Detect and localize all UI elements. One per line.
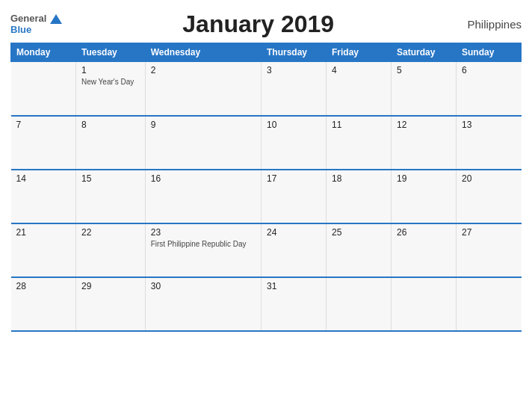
calendar-cell: 25 — [327, 223, 392, 277]
cell-day-number: 24 — [267, 227, 321, 238]
cell-day-number: 19 — [397, 173, 451, 184]
cell-day-number: 3 — [267, 65, 321, 75]
cell-day-number: 20 — [462, 173, 516, 184]
calendar-cell: 14 — [11, 170, 76, 223]
calendar-week-row: 28293031 — [11, 277, 522, 331]
cell-day-number: 8 — [81, 120, 140, 130]
calendar-cell: 6 — [456, 62, 521, 116]
cell-day-number: 23 — [151, 227, 256, 238]
calendar-cell: 15 — [75, 170, 145, 223]
header: General Blue January 2019 Philippines — [10, 10, 522, 38]
col-wednesday: Wednesday — [145, 43, 261, 62]
col-friday: Friday — [327, 43, 392, 62]
calendar-cell: 22 — [75, 223, 145, 277]
calendar-week-row: 14151617181920 — [11, 170, 522, 223]
page: General Blue January 2019 Philippines Mo… — [0, 0, 532, 411]
calendar-cell: 4 — [327, 62, 392, 116]
calendar-cell: 5 — [391, 62, 456, 116]
cell-event-label: New Year's Day — [81, 77, 140, 87]
calendar-cell: 2 — [145, 62, 261, 116]
calendar-cell: 29 — [75, 277, 145, 331]
calendar-week-row: 212223First Philippine Republic Day24252… — [11, 223, 522, 277]
cell-day-number: 22 — [81, 227, 140, 238]
calendar-cell — [456, 277, 521, 331]
cell-day-number: 31 — [267, 281, 321, 291]
cell-day-number: 12 — [397, 120, 451, 130]
cell-day-number: 30 — [151, 281, 256, 291]
cell-day-number: 25 — [332, 227, 386, 238]
calendar-cell: 23First Philippine Republic Day — [145, 223, 261, 277]
cell-event-label: First Philippine Republic Day — [151, 239, 256, 249]
calendar-title: January 2019 — [62, 10, 454, 38]
calendar-cell: 3 — [262, 62, 327, 116]
calendar-week-row: 1New Year's Day23456 — [11, 62, 522, 116]
logo-blue-text: Blue — [10, 25, 62, 35]
cell-day-number: 15 — [81, 173, 140, 184]
logo-general-text: General — [10, 13, 46, 24]
calendar-cell: 16 — [145, 170, 261, 223]
cell-day-number: 28 — [16, 281, 70, 291]
calendar-cell — [391, 277, 456, 331]
calendar-header-row: Monday Tuesday Wednesday Thursday Friday… — [11, 43, 522, 62]
calendar-cell: 19 — [391, 170, 456, 223]
calendar-cell: 10 — [262, 116, 327, 170]
cell-day-number: 6 — [462, 65, 516, 75]
cell-day-number: 2 — [151, 65, 256, 75]
country-label: Philippines — [454, 18, 522, 31]
cell-day-number: 11 — [332, 120, 386, 130]
calendar-cell — [327, 277, 392, 331]
calendar-cell: 31 — [262, 277, 327, 331]
cell-day-number: 5 — [397, 65, 451, 75]
cell-day-number: 18 — [332, 173, 386, 184]
calendar-cell: 11 — [327, 116, 392, 170]
calendar-table: Monday Tuesday Wednesday Thursday Friday… — [10, 43, 522, 332]
cell-day-number: 9 — [151, 120, 256, 130]
cell-day-number: 4 — [332, 65, 386, 75]
col-tuesday: Tuesday — [75, 43, 145, 62]
col-thursday: Thursday — [262, 43, 327, 62]
cell-day-number: 27 — [462, 227, 516, 238]
logo: General Blue — [10, 13, 62, 35]
logo-triangle-icon — [50, 14, 62, 24]
calendar-cell: 21 — [11, 223, 76, 277]
cell-day-number: 14 — [16, 173, 70, 184]
cell-day-number: 13 — [462, 120, 516, 130]
calendar-cell: 1New Year's Day — [75, 62, 145, 116]
cell-day-number: 1 — [81, 65, 140, 75]
cell-day-number: 16 — [151, 173, 256, 184]
cell-day-number: 10 — [267, 120, 321, 130]
calendar-cell: 7 — [11, 116, 76, 170]
cell-day-number: 17 — [267, 173, 321, 184]
calendar-cell: 8 — [75, 116, 145, 170]
calendar-cell: 27 — [456, 223, 521, 277]
cell-day-number: 29 — [81, 281, 140, 291]
cell-day-number: 21 — [16, 227, 70, 238]
calendar-cell: 13 — [456, 116, 521, 170]
calendar-week-row: 78910111213 — [11, 116, 522, 170]
calendar-cell: 9 — [145, 116, 261, 170]
calendar-cell — [11, 62, 76, 116]
calendar-cell: 12 — [391, 116, 456, 170]
cell-day-number: 7 — [16, 120, 70, 130]
col-saturday: Saturday — [391, 43, 456, 62]
calendar-cell: 26 — [391, 223, 456, 277]
calendar-cell: 24 — [262, 223, 327, 277]
calendar-cell: 28 — [11, 277, 76, 331]
col-sunday: Sunday — [456, 43, 521, 62]
calendar-cell: 30 — [145, 277, 261, 331]
calendar-cell: 17 — [262, 170, 327, 223]
cell-day-number: 26 — [397, 227, 451, 238]
calendar-cell: 20 — [456, 170, 521, 223]
col-monday: Monday — [11, 43, 76, 62]
calendar-cell: 18 — [327, 170, 392, 223]
